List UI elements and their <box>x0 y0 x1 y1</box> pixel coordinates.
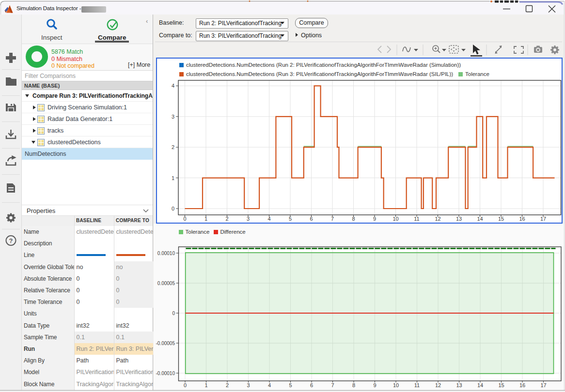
svg-text:12: 12 <box>435 216 440 222</box>
svg-text:14: 14 <box>477 382 483 388</box>
svg-text:15: 15 <box>498 216 504 222</box>
svg-text:5: 5 <box>289 382 292 388</box>
svg-text:9: 9 <box>373 216 376 222</box>
svg-text:3: 3 <box>247 382 250 388</box>
svg-text:10: 10 <box>392 382 398 388</box>
svg-text:17: 17 <box>540 216 546 222</box>
svg-text:1: 1 <box>172 175 174 181</box>
svg-text:8: 8 <box>352 216 355 222</box>
svg-text:12: 12 <box>435 382 440 388</box>
svg-text:3: 3 <box>172 114 174 120</box>
svg-text:15: 15 <box>498 382 504 388</box>
svg-text:13: 13 <box>456 382 462 388</box>
svg-text:0.00005: 0.00005 <box>157 281 175 286</box>
svg-text:5: 5 <box>289 216 292 222</box>
svg-text:7: 7 <box>331 216 334 222</box>
svg-text:11: 11 <box>414 216 419 222</box>
svg-text:-0.00005: -0.00005 <box>156 341 175 346</box>
svg-text:?: ? <box>9 237 13 244</box>
svg-text:7: 7 <box>331 382 334 388</box>
svg-text:4: 4 <box>267 382 270 388</box>
svg-text:16: 16 <box>519 382 525 388</box>
svg-text:14: 14 <box>477 216 483 222</box>
svg-text:6: 6 <box>310 216 313 222</box>
svg-text:-0.00010: -0.00010 <box>156 371 175 376</box>
svg-text:0: 0 <box>183 382 186 388</box>
svg-text:17: 17 <box>540 382 546 388</box>
svg-text:0: 0 <box>172 206 174 211</box>
svg-text:2: 2 <box>172 144 174 150</box>
svg-text:10: 10 <box>392 216 398 222</box>
svg-text:0: 0 <box>183 216 186 222</box>
svg-text:9: 9 <box>373 382 376 388</box>
svg-text:16: 16 <box>519 216 525 222</box>
svg-text:11: 11 <box>414 382 419 388</box>
svg-text:4: 4 <box>172 83 174 89</box>
svg-text:1: 1 <box>204 216 207 222</box>
svg-text:13: 13 <box>456 216 462 222</box>
svg-text:0.00010: 0.00010 <box>157 251 175 256</box>
svg-text:0: 0 <box>172 311 175 316</box>
svg-text:2: 2 <box>225 216 228 222</box>
svg-text:3: 3 <box>247 216 250 222</box>
svg-text:1: 1 <box>204 382 207 388</box>
svg-text:2: 2 <box>225 382 228 388</box>
svg-text:6: 6 <box>310 382 313 388</box>
svg-text:4: 4 <box>267 216 270 222</box>
svg-text:8: 8 <box>352 382 355 388</box>
